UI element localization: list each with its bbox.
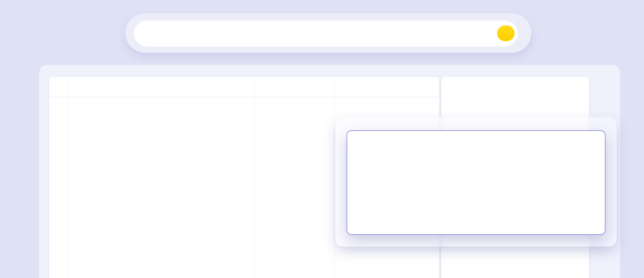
table-header-row	[49, 77, 439, 97]
connection-index-popup	[347, 130, 606, 235]
submit-button[interactable]	[497, 25, 514, 41]
search-shell	[126, 14, 531, 53]
economic-footprint-header	[441, 77, 589, 91]
column-divider	[68, 77, 68, 278]
column-divider	[334, 77, 335, 278]
page: { "colors":{ "accent_blue":"#2525dd","gr…	[0, 0, 644, 278]
search-input[interactable]	[144, 29, 463, 38]
connection-index-chart[interactable]	[347, 131, 605, 234]
column-divider	[254, 77, 255, 278]
search-bar	[134, 20, 518, 46]
